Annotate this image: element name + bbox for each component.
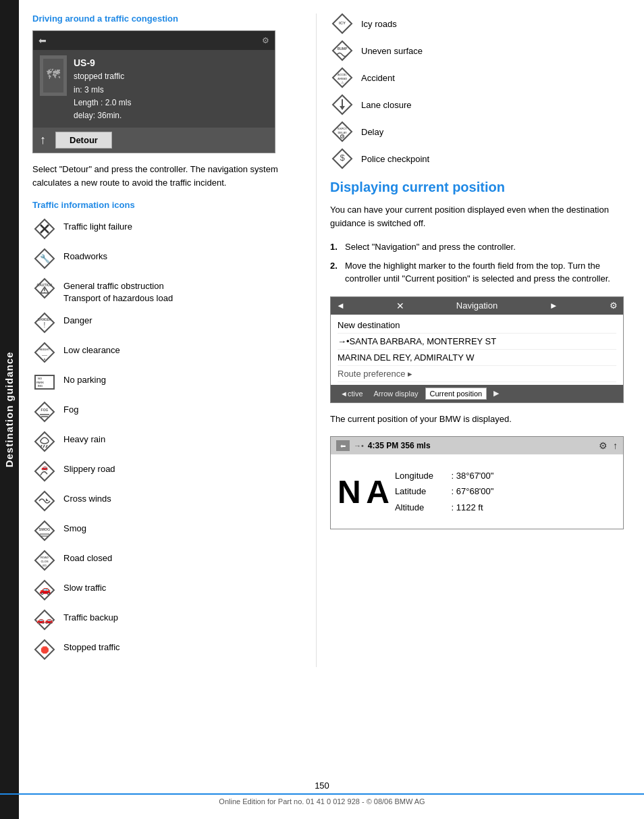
pos-arrows-icon: →• — [354, 442, 364, 450]
step-item: 2. Move the highlight marker to the four… — [330, 259, 624, 286]
svg-text:BUMP: BUMP — [338, 47, 348, 51]
svg-text:!: ! — [44, 321, 46, 329]
nav-menu-title-icon: ✕ — [396, 300, 404, 311]
uneven-surface-icon: BUMP — [330, 41, 354, 61]
delay-icon: EXPCT DELAY — [330, 122, 354, 142]
nav-route-info: US-9 stopped traffic in: 3 mls Length : … — [74, 55, 131, 122]
slow-traffic-icon: 🚗 — [32, 578, 57, 602]
icy-roads-icon: ICY — [330, 14, 354, 34]
footer-divider — [0, 793, 644, 795]
road-closed-label: Road closed — [63, 548, 112, 564]
no-parking-label: No parking — [63, 370, 106, 386]
display-pos-body2: The current position of your BMW is disp… — [330, 413, 624, 426]
pos-settings-icon: ⚙ — [599, 440, 608, 451]
nav-detour-row: ↑ Detour — [33, 128, 275, 153]
nav-screen-mockup: ⬅ ⚙ 🗺 US-9 stopped traffic in: 3 mls — [32, 30, 275, 153]
cross-winds-icon — [32, 489, 57, 513]
nav-menu-item[interactable]: →•SANTA BARBARA, MONTERREY ST — [338, 334, 616, 350]
list-item: Heavy rain — [32, 429, 302, 454]
nav-line4: delay: 36min. — [74, 109, 131, 122]
display-pos-title: Displaying current position — [330, 180, 624, 195]
left-column: Driving around a traffic congestion ⬅ ⚙ … — [32, 14, 316, 667]
nav-menu-item[interactable]: Route preference ▸ — [338, 366, 616, 382]
nav-map-icon: 🗺 — [43, 59, 63, 93]
svg-text:CLOS: CLOS — [41, 560, 48, 563]
step-num: 1. — [330, 240, 341, 254]
pos-screen-top-bar: ⬅ →• 4:35 PM 356 mls ⚙ ↑ — [331, 437, 623, 454]
list-item: FOG Fog — [32, 400, 302, 424]
section-traffic-icons: Traffic information icons Traffic light … — [32, 200, 302, 661]
nav-tab-forward[interactable]: ▶ — [489, 388, 503, 399]
page-number: 150 — [315, 781, 329, 791]
svg-text:ACCID.: ACCID. — [338, 73, 347, 76]
pos-top-left: ⬅ →• 4:35 PM 356 mls — [336, 440, 431, 451]
svg-text:$: $ — [340, 153, 345, 163]
nav-menu-item[interactable]: New destination — [338, 317, 616, 334]
list-item: 🔧 Roadworks — [32, 246, 302, 271]
svg-text:🚗: 🚗 — [45, 616, 53, 625]
slippery-road-icon: 🚗 — [32, 459, 57, 483]
list-item: Traffic light failure — [32, 217, 302, 241]
roadworks-label: Roadworks — [63, 246, 107, 263]
accident-icon: ACCID. AHEAD ⚠ — [330, 68, 354, 88]
nav-menu-title-label: Navigation — [456, 300, 498, 311]
svg-marker-23 — [35, 402, 54, 421]
list-item: 🚗 🚗 Traffic backup — [32, 608, 302, 632]
step-item: 1. Select "Navigation" and press the con… — [330, 240, 624, 254]
page-footer: 150 Online Edition for Part no. 01 41 0 … — [0, 781, 644, 805]
nav-tab-current-pos[interactable]: Current position — [425, 388, 487, 400]
roadworks-icon: 🔧 — [32, 246, 57, 271]
nav-tab-active[interactable]: ◄ctive — [336, 388, 367, 399]
heavy-rain-icon — [32, 429, 57, 454]
list-item: SMOG Smog — [32, 519, 302, 543]
section1-body-text: Select "Detour" and press the controller… — [32, 163, 302, 189]
list-item: ROAD CLOS ED Road closed — [32, 548, 302, 573]
pos-top-icons: ⚙ ↑ — [599, 440, 618, 451]
pos-back-icon: ⬅ — [336, 440, 350, 451]
list-item: 🚗 Slow traffic — [32, 578, 302, 602]
nav-menu-top-bar: ◄ ✕ Navigation ► ⚙ — [331, 297, 623, 315]
route-number: US-9 — [74, 55, 131, 70]
nav-screen-top-bar: ⬅ ⚙ — [33, 31, 275, 50]
section-driving-congestion: Driving around a traffic congestion ⬅ ⚙ … — [32, 14, 302, 189]
fog-label: Fog — [63, 400, 78, 416]
list-item: Lane closure — [330, 95, 624, 115]
stopped-traffic-label: Stopped traffic — [63, 637, 120, 654]
slow-traffic-label: Slow traffic — [63, 578, 106, 594]
traffic-backup-icon: 🚗 🚗 — [32, 608, 57, 632]
danger-icon: DANGER ! — [32, 311, 57, 335]
pos-latitude-row: Latitude : 67°68'00" — [395, 483, 494, 499]
list-item: BUMP Uneven surface — [330, 41, 624, 61]
nav-tab-arrow[interactable]: Arrow display — [370, 388, 423, 399]
smog-label: Smog — [63, 519, 86, 535]
nav-back-icon: ⬅ — [38, 35, 47, 46]
road-closed-icon: ROAD CLOS ED — [32, 548, 57, 573]
svg-marker-51 — [333, 41, 352, 60]
detour-button[interactable]: Detour — [55, 132, 112, 149]
nav-line2: in: 3 mls — [74, 84, 131, 97]
cross-winds-label: Cross winds — [63, 489, 111, 505]
pos-latitude-val: : 67°68'00" — [452, 486, 494, 496]
list-item: HEIGHT — Low clearance — [32, 340, 302, 365]
list-item: Cross winds — [32, 489, 302, 513]
nav-settings-icon: ⚙ — [262, 36, 269, 45]
pos-altitude-label: Altitude — [395, 500, 449, 515]
lane-closure-label: Lane closure — [361, 100, 411, 110]
general-obstruction-icon: CAUTION — [32, 276, 57, 300]
traffic-light-failure-label: Traffic light failure — [63, 217, 132, 233]
nav-menu-forward-icon: ► — [549, 300, 558, 311]
low-clearance-label: Low clearance — [63, 340, 120, 356]
svg-text:ING: ING — [38, 384, 43, 388]
list-item: EXPCT DELAY Delay — [330, 122, 624, 142]
list-item: CAUTION General traffic obstructionTrans… — [32, 276, 302, 305]
danger-label: Danger — [63, 311, 92, 327]
svg-text:🚗: 🚗 — [41, 464, 48, 471]
svg-text:🔧: 🔧 — [40, 253, 50, 263]
svg-text:ED: ED — [43, 564, 47, 567]
svg-text:ICY: ICY — [339, 21, 346, 25]
nav-menu-item[interactable]: MARINA DEL REY, ADMIRALTY W — [338, 350, 616, 366]
traffic-icons-list: Traffic light failure 🔧 Roadworks — [32, 217, 302, 661]
nav-menu-back-icon: ◄ — [336, 300, 345, 311]
sidebar-tab: Destination guidance — [0, 0, 19, 819]
svg-text:🛑: 🛑 — [41, 645, 49, 654]
